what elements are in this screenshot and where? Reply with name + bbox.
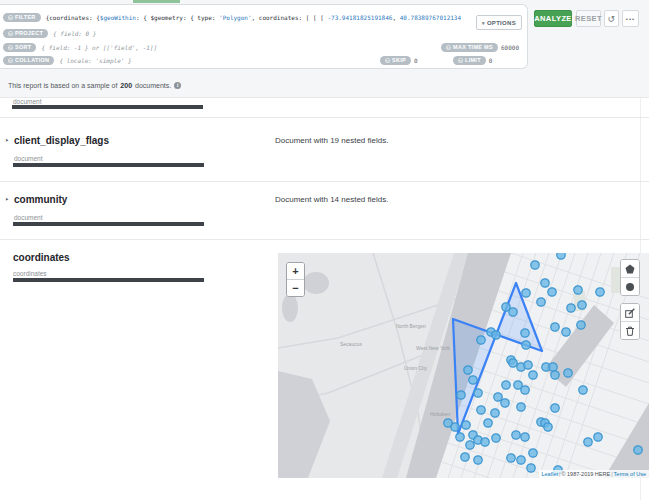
filter-segment-plain: , [392, 14, 399, 21]
analyze-button[interactable]: ANALYZE [534, 10, 572, 27]
geo-point [544, 423, 552, 431]
geo-point [557, 253, 565, 259]
map-place-label: Secaucus [340, 341, 362, 347]
zoom-in-button[interactable]: + [287, 263, 304, 279]
expand-arrow-icon[interactable]: ‣ [5, 137, 9, 145]
help-icon[interactable]: ? [385, 58, 390, 63]
map-place-label: West New York [416, 345, 450, 351]
compass-schema-screen: ? FILTER {coordinates: {$geoWithin: { $g… [0, 0, 649, 500]
field-type-bar[interactable] [13, 222, 204, 226]
limit-input[interactable]: 0 [489, 57, 493, 64]
active-tab-indicator [133, 0, 180, 3]
draw-circle-button[interactable] [621, 277, 639, 295]
geo-point [466, 441, 474, 449]
limit-group: ? LIMIT 0 [453, 56, 492, 65]
help-icon[interactable]: ? [458, 58, 463, 63]
field-name-community[interactable]: community [14, 194, 67, 205]
help-icon[interactable]: ? [8, 15, 13, 20]
geo-point [477, 406, 485, 414]
draw-polygon-button[interactable] [621, 260, 639, 277]
filter-segment-plain: {coordinates: { [46, 14, 100, 21]
geo-point [502, 381, 510, 389]
max-time-ms-group: ? MAX TIME MS 60000 [441, 43, 519, 52]
chevron-down-icon: ▾ [482, 20, 485, 26]
reset-button[interactable]: RESET [576, 10, 601, 27]
max-time-ms-input[interactable]: 60000 [501, 44, 519, 51]
field-name-client-display-flags[interactable]: client_display_flags [14, 135, 109, 146]
skip-label: SKIP [392, 58, 406, 64]
field-name-coordinates[interactable]: coordinates [13, 252, 70, 263]
geo-point [529, 449, 537, 457]
field-type-label: coordinates [13, 270, 47, 277]
geo-point [469, 376, 477, 384]
collation-input[interactable]: { locale: 'simple' } [59, 57, 131, 64]
field-type-bar[interactable] [13, 163, 204, 167]
expand-arrow-icon[interactable]: ‣ [5, 196, 9, 204]
filter-segment-number: -73.94181825191846 [327, 14, 392, 21]
limit-label: LIMIT [465, 58, 481, 64]
sort-row: ? SORT { field: -1 } or [['field', -1]] … [0, 41, 527, 54]
sort-input[interactable]: { field: -1 } or [['field', -1]] [41, 44, 157, 51]
geo-point [531, 261, 539, 269]
geo-point [549, 363, 557, 371]
filter-pill: ? FILTER [3, 13, 41, 22]
report-suffix: documents. [135, 82, 171, 89]
geo-point [481, 438, 489, 446]
geo-point [509, 308, 517, 316]
skip-input[interactable]: 0 [414, 57, 418, 64]
query-bar: ? FILTER {coordinates: {$geoWithin: { $g… [0, 4, 528, 69]
limit-pill: ? LIMIT [453, 56, 486, 65]
help-icon[interactable]: ? [8, 58, 13, 63]
field-type-bar[interactable] [12, 105, 203, 109]
geo-point [594, 433, 602, 441]
geo-point [524, 361, 532, 369]
geo-point [517, 403, 525, 411]
filter-expression[interactable]: {coordinates: {$geoWithin: { $geometry: … [46, 14, 461, 21]
help-icon[interactable]: ? [8, 45, 13, 50]
delete-shapes-button[interactable] [621, 321, 639, 339]
filter-segment-plain: , coordinates: [ [ [ [252, 14, 328, 21]
query-history-icon[interactable]: ↺ [604, 10, 619, 27]
map-place-label: Hoboken [430, 411, 450, 417]
report-count: 200 [120, 82, 132, 89]
geo-point [456, 433, 464, 441]
field-type-label: document [14, 155, 43, 162]
sample-report-note: This report is based on a sample of 200 … [8, 82, 181, 89]
skip-group: ? SKIP 0 [380, 56, 418, 65]
geo-point [451, 423, 459, 431]
terms-of-use-link[interactable]: Terms of Use [614, 471, 646, 477]
geo-map[interactable]: North BergenWest New YorkUnion CitySecau… [278, 253, 649, 478]
field-summary: Document with 19 nested fields. [275, 136, 388, 145]
geo-point [477, 336, 485, 344]
geo-point [474, 456, 482, 464]
info-icon[interactable]: i [174, 82, 181, 89]
divider [0, 117, 649, 118]
geo-point [522, 341, 530, 349]
more-options-icon[interactable]: ••• [622, 10, 639, 27]
geo-point [537, 298, 545, 306]
divider [0, 181, 649, 182]
geo-point [491, 409, 499, 417]
divider [0, 97, 649, 98]
geo-point [507, 454, 515, 462]
map-basemap [278, 253, 649, 478]
zoom-out-button[interactable]: − [287, 279, 304, 296]
geo-point [522, 289, 530, 297]
sort-pill: ? SORT [3, 43, 36, 52]
geo-point [521, 329, 529, 337]
project-pill-label: PROJECT [15, 31, 43, 37]
field-type-bar[interactable] [13, 278, 204, 282]
project-input[interactable]: { field: 0 } [53, 30, 96, 37]
help-icon[interactable]: ? [446, 45, 451, 50]
help-icon[interactable]: ? [8, 31, 13, 36]
collation-row: ? COLLATION { locale: 'simple' } ? SKIP … [0, 54, 527, 67]
collation-pill: ? COLLATION [3, 56, 54, 65]
edit-shapes-button[interactable] [621, 304, 639, 321]
geo-point [551, 323, 559, 331]
geo-point [492, 434, 500, 442]
geo-point [521, 433, 529, 441]
leaflet-link[interactable]: Leaflet [542, 471, 559, 477]
geo-point [579, 386, 587, 394]
geo-point [521, 386, 529, 394]
field-type-label: document [14, 214, 43, 221]
